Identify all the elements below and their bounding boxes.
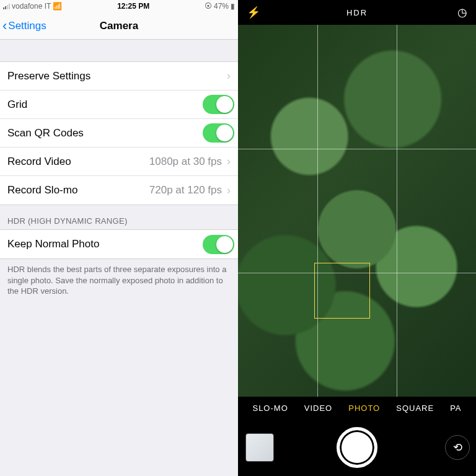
spacer bbox=[0, 40, 238, 61]
back-button[interactable]: ‹ Settings bbox=[0, 19, 46, 33]
row-label: Record Video bbox=[7, 156, 144, 168]
mode-video[interactable]: VIDEO bbox=[304, 403, 332, 413]
row-scan-qr[interactable]: Scan QR Codes bbox=[0, 119, 238, 148]
mode-pano[interactable]: PA bbox=[450, 403, 461, 413]
settings-camera-pane: vodafone IT 📶 12:25 PM ⦿ 47% ▮ ‹ Setting… bbox=[0, 0, 238, 476]
settings-group-main: Preserve Settings › Grid Scan QR Codes R… bbox=[0, 61, 238, 205]
keep-normal-toggle[interactable] bbox=[203, 235, 234, 254]
flip-camera-button[interactable]: ⟲ bbox=[445, 435, 470, 460]
mode-photo[interactable]: PHOTO bbox=[348, 403, 380, 413]
viewfinder[interactable] bbox=[238, 25, 476, 397]
mode-square[interactable]: SQUARE bbox=[396, 403, 434, 413]
last-photo-thumbnail[interactable] bbox=[245, 433, 274, 462]
row-record-video[interactable]: Record Video 1080p at 30 fps › bbox=[0, 148, 238, 176]
shutter-button[interactable] bbox=[337, 427, 377, 468]
camera-top-bar: ⚡ HDR ◷ bbox=[238, 0, 476, 25]
grid-toggle[interactable] bbox=[203, 95, 234, 114]
row-keep-normal-photo[interactable]: Keep Normal Photo bbox=[0, 230, 238, 258]
back-label: Settings bbox=[8, 20, 46, 32]
status-bar: vodafone IT 📶 12:25 PM ⦿ 47% ▮ bbox=[0, 0, 238, 12]
row-label: Scan QR Codes bbox=[7, 127, 198, 139]
battery-label: 47% bbox=[214, 2, 229, 11]
hdr-footer-note: HDR blends the best parts of three separ… bbox=[0, 259, 238, 302]
mode-selector[interactable]: SLO-MO VIDEO PHOTO SQUARE PA bbox=[238, 397, 476, 419]
focus-box bbox=[314, 263, 370, 319]
row-value: 1080p at 30 fps bbox=[149, 156, 222, 168]
hdr-button[interactable]: HDR bbox=[238, 8, 476, 17]
chevron-right-icon: › bbox=[227, 184, 231, 197]
row-label: Grid bbox=[7, 99, 198, 111]
settings-group-hdr: Keep Normal Photo bbox=[0, 229, 238, 259]
row-grid[interactable]: Grid bbox=[0, 90, 238, 119]
camera-app: ⚡ HDR ◷ SLO-MO VIDEO PHOTO SQUARE PA ⟲ bbox=[238, 0, 476, 476]
mode-slomo[interactable]: SLO-MO bbox=[252, 403, 288, 413]
qr-toggle[interactable] bbox=[203, 123, 234, 143]
section-header-hdr: HDR (HIGH DYNAMIC RANGE) bbox=[0, 205, 238, 229]
alarm-icon: ⦿ bbox=[205, 2, 212, 11]
battery-icon: ▮ bbox=[231, 2, 235, 11]
row-label: Keep Normal Photo bbox=[7, 238, 198, 250]
row-record-slomo[interactable]: Record Slo-mo 720p at 120 fps › bbox=[0, 176, 238, 205]
nav-bar: ‹ Settings Camera bbox=[0, 12, 238, 40]
chevron-right-icon: › bbox=[227, 69, 231, 82]
chevron-right-icon: › bbox=[227, 155, 231, 168]
signal-icon bbox=[3, 3, 10, 9]
grid-overlay bbox=[238, 25, 476, 397]
carrier-label: vodafone IT bbox=[12, 2, 51, 11]
row-value: 720p at 120 fps bbox=[149, 184, 222, 196]
chevron-left-icon: ‹ bbox=[2, 19, 7, 33]
row-preserve-settings[interactable]: Preserve Settings › bbox=[0, 62, 238, 90]
wifi-icon: 📶 bbox=[53, 2, 62, 11]
shutter-bar: ⟲ bbox=[238, 419, 476, 476]
row-label: Preserve Settings bbox=[7, 70, 222, 82]
clock-label: 12:25 PM bbox=[117, 2, 149, 11]
row-label: Record Slo-mo bbox=[7, 184, 144, 196]
